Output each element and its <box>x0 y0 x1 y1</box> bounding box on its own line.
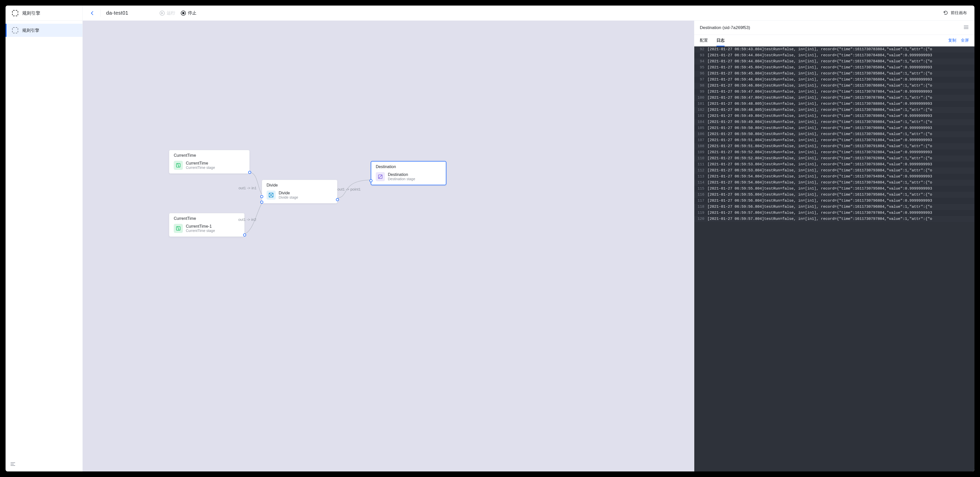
log-line-text: [2021-01-27 06:59:45.804]testRun=false, … <box>707 71 974 77</box>
sidebar-item-rule-engine[interactable]: 规则引擎 <box>6 24 83 37</box>
sidebar: 规则引擎 <box>6 21 83 471</box>
topbar-mid: da-test01 运行 停止 <box>83 6 935 21</box>
node-currenttime[interactable]: CurrentTime CurrentTime CurrentTime stag… <box>169 150 250 174</box>
log-line-text: [2021-01-27 06:59:56.804]testRun=false, … <box>707 204 974 210</box>
collapse-icon <box>10 461 16 467</box>
in-port-2[interactable] <box>260 201 263 204</box>
edge-label: out1 -> in2 <box>238 217 256 222</box>
edge-label: out1 -> point1 <box>337 187 361 191</box>
sidebar-item-label: 规则引擎 <box>22 27 39 34</box>
out-port[interactable] <box>336 198 339 201</box>
log-line: 113[2021-01-27 06:59:54.804]testRun=fals… <box>694 174 974 180</box>
log-line-text: [2021-01-27 06:59:46.804]testRun=false, … <box>707 83 974 89</box>
node-sub: Divide stage <box>278 195 298 199</box>
canvas[interactable]: CurrentTime CurrentTime CurrentTime stag… <box>83 21 694 471</box>
log-line: 114[2021-01-27 06:59:54.804]testRun=fals… <box>694 180 974 186</box>
log-line-text: [2021-01-27 06:59:55.804]testRun=false, … <box>707 186 974 192</box>
log-line-number: 96 <box>694 71 707 77</box>
in-port-1[interactable] <box>260 195 263 198</box>
stop-icon <box>181 11 186 16</box>
log-line: 116[2021-01-27 06:59:55.804]testRun=fals… <box>694 192 974 198</box>
log-line-text: [2021-01-27 06:59:45.804]testRun=false, … <box>707 65 974 71</box>
node-sub: Destination stage <box>388 177 415 181</box>
log-line-number: 114 <box>694 180 707 186</box>
log-line-number: 109 <box>694 149 707 155</box>
log-line-text: [2021-01-27 06:59:53.804]testRun=false, … <box>707 161 974 168</box>
log-line: 102[2021-01-27 06:59:48.805]testRun=fals… <box>694 107 974 113</box>
log-line-number: 118 <box>694 204 707 210</box>
time-icon <box>174 161 183 170</box>
log-line-text: [2021-01-27 06:59:52.804]testRun=false, … <box>707 155 974 161</box>
log-line-number: 111 <box>694 161 707 168</box>
node-currenttime-1[interactable]: CurrentTime CurrentTime-1 CurrentTime st… <box>169 213 245 237</box>
log-line-number: 99 <box>694 89 707 95</box>
log-line: 93[2021-01-27 06:59:44.804]testRun=false… <box>694 53 974 59</box>
inspector-menu-button[interactable] <box>963 24 969 31</box>
log-line-number: 107 <box>694 137 707 144</box>
log-line-number: 102 <box>694 107 707 113</box>
log-line-text: [2021-01-27 06:59:57.804]testRun=false, … <box>707 216 974 222</box>
log-line-number: 101 <box>694 101 707 107</box>
run-button[interactable]: 运行 <box>160 10 175 16</box>
goto-canvas-button[interactable]: 前往画布 <box>935 6 974 21</box>
log-line-number: 108 <box>694 144 707 149</box>
rule-engine-icon <box>12 27 18 34</box>
log-line: 110[2021-01-27 06:59:52.804]testRun=fals… <box>694 155 974 161</box>
log-line-text: [2021-01-27 06:59:48.805]testRun=false, … <box>707 107 974 113</box>
log-line-text: [2021-01-27 06:59:49.804]testRun=false, … <box>707 113 974 119</box>
out-port[interactable] <box>248 171 251 174</box>
tab-log[interactable]: 日志 <box>716 35 724 46</box>
node-name: CurrentTime <box>186 161 215 166</box>
out-port[interactable] <box>243 233 246 236</box>
log-line-text: [2021-01-27 06:59:55.804]testRun=false, … <box>707 192 974 198</box>
log-line-text: [2021-01-27 06:59:44.804]testRun=false, … <box>707 53 974 59</box>
node-title: Divide <box>262 180 337 189</box>
log-line-number: 95 <box>694 65 707 71</box>
log-line-text: [2021-01-27 06:59:51.804]testRun=false, … <box>707 137 974 144</box>
log-line: 109[2021-01-27 06:59:52.804]testRun=fals… <box>694 149 974 155</box>
tab-config[interactable]: 配置 <box>700 35 708 46</box>
node-divide[interactable]: Divide Divide Divide stage <box>262 180 337 203</box>
log-view[interactable]: 92[2021-01-27 06:59:43.804]testRun=false… <box>694 46 974 471</box>
log-line: 111[2021-01-27 06:59:53.804]testRun=fals… <box>694 161 974 168</box>
copy-button[interactable]: 复制 <box>948 38 956 43</box>
log-line: 95[2021-01-27 06:59:45.804]testRun=false… <box>694 65 974 71</box>
node-title: CurrentTime <box>169 150 250 159</box>
log-line-text: [2021-01-27 06:59:47.804]testRun=false, … <box>707 89 974 95</box>
stop-button[interactable]: 停止 <box>181 10 196 16</box>
run-label: 运行 <box>167 10 175 16</box>
log-line-text: [2021-01-27 06:59:50.804]testRun=false, … <box>707 125 974 131</box>
time-icon <box>174 224 183 233</box>
log-line: 103[2021-01-27 06:59:49.804]testRun=fals… <box>694 113 974 119</box>
edges-layer <box>83 21 694 471</box>
log-line-text: [2021-01-27 06:59:51.804]testRun=false, … <box>707 144 974 149</box>
log-line-number: 97 <box>694 77 707 83</box>
log-line: 119[2021-01-27 06:59:57.804]testRun=fals… <box>694 210 974 216</box>
log-line-text: [2021-01-27 06:59:56.804]testRun=false, … <box>707 198 974 204</box>
back-button[interactable] <box>90 11 95 16</box>
log-line-number: 119 <box>694 210 707 216</box>
node-sub: CurrentTime stage <box>186 229 215 233</box>
log-line-number: 112 <box>694 168 707 174</box>
log-line-text: [2021-01-27 06:59:44.804]testRun=false, … <box>707 59 974 65</box>
log-line-text: [2021-01-27 06:59:49.804]testRun=false, … <box>707 119 974 125</box>
sidebar-collapse-button[interactable] <box>10 461 16 468</box>
divide-icon <box>267 191 276 199</box>
node-title: Destination <box>371 161 446 171</box>
log-line: 104[2021-01-27 06:59:49.804]testRun=fals… <box>694 119 974 125</box>
log-line: 100[2021-01-27 06:59:47.804]testRun=fals… <box>694 95 974 101</box>
log-line: 112[2021-01-27 06:59:53.804]testRun=fals… <box>694 168 974 174</box>
log-line-text: [2021-01-27 06:59:54.804]testRun=false, … <box>707 180 974 186</box>
log-line: 96[2021-01-27 06:59:45.804]testRun=false… <box>694 71 974 77</box>
log-line-text: [2021-01-27 06:59:53.804]testRun=false, … <box>707 168 974 174</box>
node-destination[interactable]: Destination Destination Destination stag… <box>371 161 446 185</box>
undo-icon <box>943 11 948 16</box>
log-line-number: 92 <box>694 46 707 53</box>
fullscreen-button[interactable]: 全屏 <box>961 38 969 43</box>
in-port[interactable] <box>369 179 372 182</box>
menu-icon <box>963 24 969 30</box>
app-window: 规则引擎 da-test01 运行 停止 前往画布 <box>6 6 974 471</box>
log-line-text: [2021-01-27 06:59:54.804]testRun=false, … <box>707 174 974 180</box>
log-line: 115[2021-01-27 06:59:55.804]testRun=fals… <box>694 186 974 192</box>
log-line-number: 103 <box>694 113 707 119</box>
